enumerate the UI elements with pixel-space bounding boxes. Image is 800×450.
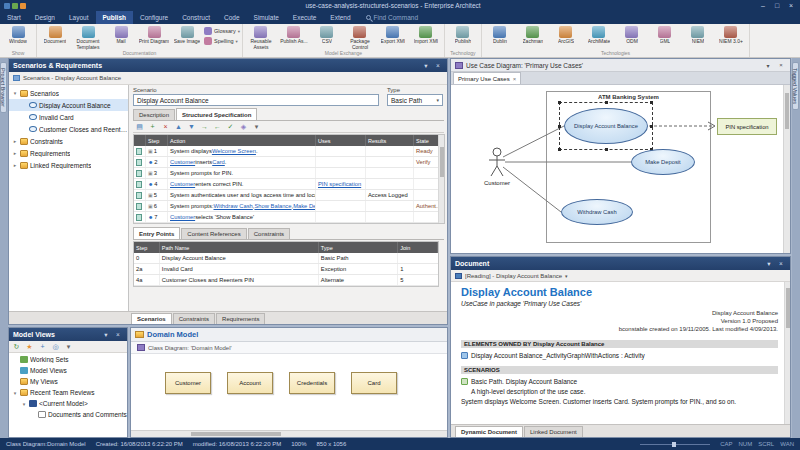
entry-row-display-account-balance[interactable]: 0Display Account BalanceBasic Path <box>134 253 438 264</box>
ribbon-tab-extend[interactable]: Extend <box>323 11 357 24</box>
save-icon[interactable] <box>12 3 18 9</box>
maximize-icon[interactable]: □ <box>770 2 784 9</box>
horizontal-scrollbar[interactable] <box>131 430 447 437</box>
favorites-icon[interactable]: ★ <box>25 343 34 351</box>
ribbon-button-window[interactable]: Window <box>2 25 34 45</box>
selection-handle[interactable] <box>558 148 561 151</box>
dropdown-icon[interactable]: ▾ <box>421 62 431 70</box>
undo-icon[interactable] <box>20 3 26 9</box>
ribbon-button-spelling[interactable]: Spelling▾ <box>204 37 240 45</box>
tree-item-linked-requirements[interactable]: ▸Linked Requirements <box>9 159 128 171</box>
owned-element-item[interactable]: Display Account Balance_ActivityGraphWit… <box>461 352 778 359</box>
ribbon-button-arcgis[interactable]: ArcGIS <box>550 25 582 45</box>
step-row-1[interactable]: ▣1System displays Welcome Screen.Ready <box>134 146 444 157</box>
tab-primary-use-cases[interactable]: Primary Use Cases × <box>453 72 521 84</box>
ribbon-tab-layout[interactable]: Layout <box>62 11 96 24</box>
step-row-4[interactable]: ☻4Customer enters correct PIN.PIN specif… <box>134 179 444 190</box>
ribbon-tab-execute[interactable]: Execute <box>286 11 324 24</box>
ribbon-button-document[interactable]: Document <box>39 25 71 45</box>
close-icon[interactable]: × <box>776 260 786 267</box>
minimize-icon[interactable]: – <box>756 2 770 9</box>
ribbon-button-save-image[interactable]: Save Image <box>171 25 203 45</box>
ribbon-tab-construct[interactable]: Construct <box>175 11 217 24</box>
options-dropdown-icon[interactable]: ▾ <box>64 343 73 351</box>
options-dropdown-icon[interactable]: ▾ <box>252 123 261 131</box>
domain-model-canvas[interactable]: CustomerAccountCredentialsCard <box>131 354 447 437</box>
tab-constraints[interactable]: Constraints <box>173 313 215 324</box>
tree-item-my-views[interactable]: My Views <box>9 376 127 387</box>
tab-scenarios[interactable]: Scenarios <box>131 313 172 324</box>
pin-specification-note[interactable]: PIN specification <box>717 118 777 135</box>
usecase-make-deposit[interactable]: Make Deposit <box>631 149 695 175</box>
step-row-3[interactable]: ▣3System prompts for PIN. <box>134 168 444 179</box>
close-icon[interactable]: × <box>433 62 443 69</box>
ribbon-button-reusable-assets[interactable]: Reusable Assets <box>245 25 277 50</box>
vertical-scrollbar[interactable] <box>784 282 790 425</box>
dropdown-icon[interactable]: ▾ <box>763 62 773 69</box>
tree-item-working-sets[interactable]: Working Sets <box>9 354 127 365</box>
tree-item-scenarios[interactable]: ▾Scenarios <box>9 87 128 99</box>
ribbon-button-import-xmi[interactable]: Import XMI <box>410 25 442 45</box>
dropdown-icon[interactable]: ▾ <box>101 331 111 339</box>
step-row-6[interactable]: ▣6System prompts: Withdraw Cash, Show Ba… <box>134 201 444 212</box>
dropdown-icon[interactable]: ▾ <box>764 260 774 268</box>
steps-scrollbar[interactable] <box>438 135 444 223</box>
ribbon-button-print-diagram[interactable]: Print Diagram <box>138 25 170 45</box>
entry-row-invalid-card[interactable]: 2aInvalid CardException1 <box>134 264 438 275</box>
ribbon-button-zachman[interactable]: Zachman <box>517 25 549 45</box>
tree-item-requirements[interactable]: ▸Requirements <box>9 147 128 159</box>
find-command-search[interactable]: Find Command <box>366 11 418 24</box>
ribbon-button-niem[interactable]: NIEM <box>682 25 714 45</box>
ribbon-tab-configure[interactable]: Configure <box>133 11 175 24</box>
selection-handle[interactable] <box>605 101 608 104</box>
ribbon-button-dublin[interactable]: Dublin <box>484 25 516 45</box>
tab-requirements[interactable]: Requirements <box>216 313 265 324</box>
properties-icon[interactable]: ▤ <box>135 123 144 131</box>
tab-entry-points[interactable]: Entry Points <box>133 227 180 239</box>
tree-item-current-model[interactable]: ▾<Current Model> <box>9 398 127 409</box>
ribbon-button-gml[interactable]: GML <box>649 25 681 45</box>
step-row-7[interactable]: ☻7Customer selects 'Show Balance' <box>134 212 444 223</box>
ribbon-button-export-xmi[interactable]: Export XMI <box>377 25 409 45</box>
ribbon-button-csv[interactable]: CSV <box>311 25 343 45</box>
class-card[interactable]: Card <box>351 372 397 394</box>
document-mode-bar[interactable]: [Reading] - Display Account Balance ▾ <box>451 270 790 282</box>
ribbon-tab-code[interactable]: Code <box>217 11 247 24</box>
close-icon[interactable]: × <box>784 2 798 9</box>
move-down-icon[interactable]: ▼ <box>187 123 196 130</box>
tab-linked-document[interactable]: Linked Document <box>524 426 583 437</box>
selection-handle[interactable] <box>650 101 653 104</box>
ribbon-button-publish[interactable]: Publish <box>447 25 479 45</box>
tree-item-customer-closes-and-reenters-pin[interactable]: Customer Closes and Reenters PIN <box>9 123 128 135</box>
class-credentials[interactable]: Credentials <box>289 372 335 394</box>
vertical-scrollbar[interactable] <box>783 85 790 253</box>
dock-tab-project-browser[interactable]: Project Browser <box>0 62 7 113</box>
close-icon[interactable]: × <box>113 331 123 338</box>
ribbon-button-archimate[interactable]: ArchiMate <box>583 25 615 45</box>
class-customer[interactable]: Customer <box>165 372 211 394</box>
ribbon-button-package-control[interactable]: Package Control <box>344 25 376 50</box>
ribbon-button-glossary[interactable]: Glossary▾ <box>204 27 240 35</box>
ribbon-button-publish-as[interactable]: Publish As... <box>278 25 310 45</box>
tree-item-invalid-card[interactable]: Invalid Card <box>9 111 128 123</box>
ribbon-button-mail[interactable]: Mail <box>105 25 137 45</box>
indent-step-icon[interactable]: → <box>200 123 209 130</box>
zoom-slider[interactable] <box>640 444 710 445</box>
tab-dynamic-document[interactable]: Dynamic Document <box>455 426 523 437</box>
scenario-item[interactable]: Basic Path. Display Account Balance <box>461 378 778 385</box>
ribbon-tab-design[interactable]: Design <box>28 11 62 24</box>
usecase-withdraw-cash[interactable]: Withdraw Cash <box>561 199 633 225</box>
ribbon-button-odm[interactable]: ODM <box>616 25 648 45</box>
step-row-2[interactable]: ☻2Customer inserts Card.Verify <box>134 157 444 168</box>
scenario-name-input[interactable]: Display Account Balance <box>133 94 379 106</box>
tree-item-constraints[interactable]: ▸Constraints <box>9 135 128 147</box>
validate-icon[interactable]: ✓ <box>226 123 235 131</box>
ribbon-tab-publish[interactable]: Publish <box>96 11 133 24</box>
selection-handle[interactable] <box>605 148 608 151</box>
step-row-5[interactable]: ▣5System authenticates user and logs acc… <box>134 190 444 201</box>
generate-diagram-icon[interactable]: ◈ <box>239 123 248 131</box>
tab-constraints[interactable]: Constraints <box>248 228 290 239</box>
selection-handle[interactable] <box>650 125 653 128</box>
tree-item-recent-team-reviews[interactable]: ▾Recent Team Reviews <box>9 387 127 398</box>
selection-handle[interactable] <box>558 125 561 128</box>
